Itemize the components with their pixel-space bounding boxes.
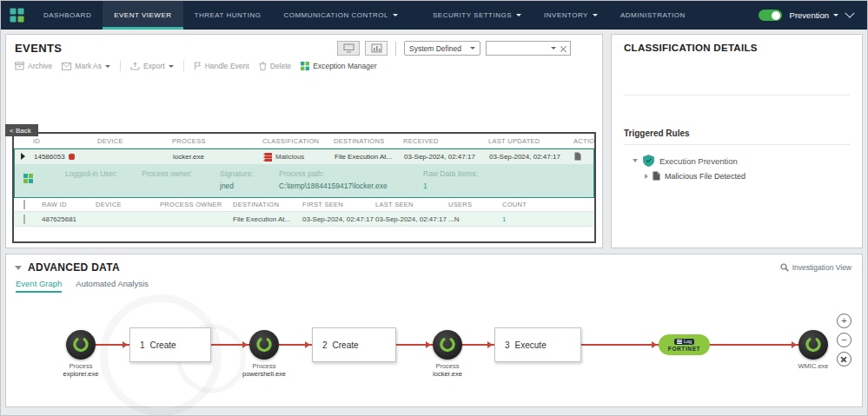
arrowhead-icon xyxy=(123,341,128,348)
fortinet-logo-icon xyxy=(677,340,682,344)
detail-value xyxy=(65,182,126,189)
fortinet-log-node[interactable]: Log FORTINET xyxy=(659,334,710,355)
detail-label: Process owner: xyxy=(142,169,204,178)
divider xyxy=(120,61,121,71)
node-name-label: explorer.exe xyxy=(48,370,114,378)
button-label: Mark As xyxy=(75,62,102,70)
handle-event-button[interactable]: Handle Event xyxy=(194,62,249,70)
row-checkbox[interactable] xyxy=(23,215,25,224)
button-label: Export xyxy=(143,62,165,70)
expand-triangle-icon[interactable] xyxy=(645,174,648,179)
node-type-label: Process xyxy=(48,362,114,370)
column-header-id[interactable]: ID xyxy=(33,137,97,145)
mode-selector[interactable]: Prevention xyxy=(790,10,838,20)
caret-down-icon xyxy=(105,65,110,68)
arrowhead-icon xyxy=(242,341,248,348)
investigation-view-button[interactable]: Investigation View xyxy=(780,263,851,272)
detail-field: Logged-in User: xyxy=(65,169,126,190)
event-action-icon[interactable] xyxy=(574,152,581,161)
fit-view-button[interactable] xyxy=(837,352,851,366)
device-view-button[interactable] xyxy=(337,41,360,56)
search-input[interactable] xyxy=(487,44,547,53)
column-header-device[interactable]: DEVICE xyxy=(96,201,160,208)
caret-down-icon xyxy=(393,14,398,17)
node-name-label: locker.exe xyxy=(414,370,480,378)
mark-as-button[interactable]: Mark As xyxy=(62,62,110,70)
expand-row-icon[interactable] xyxy=(21,153,25,160)
app-logo-icon xyxy=(1,1,32,30)
column-header-process[interactable]: PROCESS xyxy=(172,137,262,145)
investigation-icon xyxy=(780,263,789,272)
detail-label: Logged-in User: xyxy=(65,169,126,178)
column-header-destination[interactable]: DESTINATION xyxy=(233,201,302,208)
event-classification: Malicious xyxy=(275,153,304,161)
edge-box-1-create[interactable]: 1 Create xyxy=(129,327,211,362)
raw-data-row[interactable]: 487625681 File Execution At... 03-Sep-20… xyxy=(14,212,594,227)
triggered-subrule-item[interactable]: Malicious File Detected xyxy=(624,171,850,181)
column-header-device[interactable]: DEVICE xyxy=(97,137,172,145)
rule-name: Execution Prevention xyxy=(659,156,738,166)
nav-security-settings[interactable]: SECURITY SETTINGS xyxy=(421,1,533,30)
column-header-raw-id[interactable]: RAW ID xyxy=(42,201,96,208)
back-button[interactable]: < Back xyxy=(5,124,38,136)
column-header-received[interactable]: RECEIVED xyxy=(403,137,488,145)
tab-automated-analysis[interactable]: Automated Analysis xyxy=(76,279,148,293)
bar-chart-icon xyxy=(371,43,382,53)
column-header-count[interactable]: COUNT xyxy=(502,201,594,208)
nav-inventory[interactable]: INVENTORY xyxy=(533,1,609,30)
collapse-triangle-icon[interactable] xyxy=(633,159,638,162)
zoom-out-button[interactable] xyxy=(837,333,851,347)
process-node-explorer[interactable]: Process explorer.exe xyxy=(48,330,114,378)
column-header-action[interactable]: ACTION xyxy=(573,137,596,145)
exception-manager-button[interactable]: Exception Manager xyxy=(301,62,376,70)
column-header-process-owner[interactable]: PROCESS OWNER xyxy=(160,201,233,208)
zoom-in-button[interactable] xyxy=(837,314,851,328)
delete-button[interactable]: Delete xyxy=(259,62,292,70)
process-node-locker[interactable]: Process locker.exe xyxy=(414,330,480,378)
events-table: ID DEVICE PROCESS CLASSIFICATION DESTINA… xyxy=(12,132,596,243)
nav-communication-control[interactable]: COMMUNICATION CONTROL xyxy=(272,1,409,30)
event-row[interactable]: 14586053 locker.exe Malicious File Execu… xyxy=(15,149,593,164)
collapse-chevron-icon[interactable] xyxy=(845,8,854,17)
detail-value xyxy=(142,182,204,189)
nav-event-viewer[interactable]: EVENT VIEWER xyxy=(103,1,182,30)
nav-threat-hunting[interactable]: THREAT HUNTING xyxy=(183,1,273,30)
collapse-triangle-icon[interactable] xyxy=(15,266,22,270)
column-header-last-updated[interactable]: LAST UPDATED xyxy=(488,137,573,145)
caret-down-icon[interactable] xyxy=(551,47,556,50)
advanced-tabs: Event Graph Automated Analysis xyxy=(6,279,862,293)
main-nav: DASHBOARD EVENT VIEWER THREAT HUNTING CO… xyxy=(32,1,697,30)
process-node-powershell[interactable]: Process powershell.exe xyxy=(231,330,297,378)
edge-box-2-create[interactable]: 2 Create xyxy=(312,327,396,362)
column-header-users[interactable]: USERS xyxy=(448,201,502,208)
chart-view-button[interactable] xyxy=(365,41,388,56)
column-header-destinations[interactable]: DESTINATIONS xyxy=(334,137,403,145)
triggered-rule-item[interactable]: Execution Prevention xyxy=(624,155,850,167)
advanced-data-header: ADVANCED DATA Investigation View xyxy=(6,254,862,274)
process-logo-icon xyxy=(798,330,828,360)
fortinet-badge-label: Log xyxy=(684,339,692,344)
events-title: EVENTS xyxy=(15,42,62,55)
details-grid-icon xyxy=(23,171,33,187)
column-header-first-seen[interactable]: FIRST SEEN xyxy=(302,201,375,208)
node-type-label: Process xyxy=(231,362,297,370)
malicious-icon xyxy=(263,153,272,162)
export-button[interactable]: Export xyxy=(130,62,174,70)
prevention-mode-toggle[interactable] xyxy=(759,10,782,21)
nav-administration[interactable]: ADMINISTRATION xyxy=(609,1,697,30)
clear-search-icon[interactable] xyxy=(560,45,567,52)
column-header-last-seen[interactable]: LAST SEEN xyxy=(375,201,448,208)
nav-dashboard[interactable]: DASHBOARD xyxy=(32,1,103,30)
archive-button[interactable]: Archive xyxy=(15,62,52,70)
events-header: EVENTS System Defined xyxy=(6,35,602,56)
nav-label: INVENTORY xyxy=(544,11,588,19)
column-header-classification[interactable]: CLASSIFICATION xyxy=(262,137,334,145)
search-box xyxy=(486,41,571,56)
detail-field: Process path: C:\temp\18844159417\locker… xyxy=(279,169,407,190)
detail-field: Signature: jned xyxy=(220,169,263,190)
saved-queries-select[interactable]: System Defined xyxy=(404,41,480,56)
select-all-checkbox[interactable] xyxy=(23,200,25,209)
raw-table-header: RAW ID DEVICE PROCESS OWNER DESTINATION … xyxy=(14,198,594,212)
tab-event-graph[interactable]: Event Graph xyxy=(16,279,62,293)
edge-box-3-execute[interactable]: 3 Execute xyxy=(494,327,581,362)
